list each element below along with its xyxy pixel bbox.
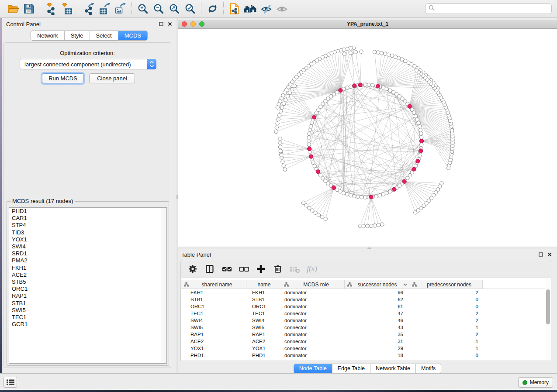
hide-details-icon[interactable] bbox=[258, 2, 274, 16]
network-window-titlebar[interactable]: YPA_prune.txt_1 bbox=[178, 20, 557, 29]
graph-node[interactable] bbox=[274, 130, 278, 133]
table-tab-network-table[interactable]: Network Table bbox=[370, 364, 415, 373]
graph-hub-node[interactable] bbox=[312, 115, 316, 119]
mcds-result-item[interactable]: STB5 bbox=[9, 279, 166, 285]
graph-node[interactable] bbox=[376, 51, 380, 54]
graph-node[interactable] bbox=[343, 52, 346, 55]
column-header-successor-nodes[interactable]: successor nodes bbox=[345, 280, 409, 289]
add-row-icon[interactable] bbox=[255, 263, 266, 275]
zoom-in-icon[interactable] bbox=[135, 2, 151, 16]
graph-node[interactable] bbox=[383, 52, 387, 55]
import-network-icon[interactable] bbox=[43, 2, 59, 16]
table-row[interactable]: ACE2ACE2connector311 bbox=[181, 338, 546, 345]
graph-node[interactable] bbox=[280, 106, 284, 109]
graph-node[interactable] bbox=[307, 139, 311, 143]
graph-hub-node[interactable] bbox=[309, 155, 313, 158]
table-row[interactable]: PHD1PHD1dominator180 bbox=[181, 352, 546, 359]
graph-node[interactable] bbox=[415, 117, 419, 121]
graph-node[interactable] bbox=[279, 149, 282, 153]
graph-node[interactable] bbox=[353, 194, 356, 198]
graph-node[interactable] bbox=[373, 224, 377, 227]
graph-node[interactable] bbox=[308, 132, 311, 135]
graph-hub-node[interactable] bbox=[308, 147, 311, 151]
mcds-result-item[interactable]: ORC1 bbox=[9, 285, 166, 292]
graph-node[interactable] bbox=[277, 117, 280, 121]
show-columns-icon[interactable] bbox=[204, 263, 215, 275]
graph-hub-node[interactable] bbox=[392, 187, 396, 191]
graph-node[interactable] bbox=[283, 168, 287, 171]
graph-node[interactable] bbox=[371, 83, 374, 87]
table-row[interactable]: RAP1RAP1dominator352 bbox=[181, 331, 546, 338]
export-network-icon[interactable] bbox=[81, 2, 97, 16]
graph-node[interactable] bbox=[311, 161, 315, 164]
mcds-result-item[interactable]: PMA2 bbox=[9, 257, 166, 264]
graph-node[interactable] bbox=[394, 55, 397, 58]
control-panel-tab-select[interactable]: Select bbox=[90, 31, 118, 40]
graph-hub-node[interactable] bbox=[339, 88, 343, 92]
control-panel-tab-network[interactable]: Network bbox=[31, 31, 64, 40]
mcds-result-item[interactable]: RAP1 bbox=[9, 292, 166, 299]
graph-node[interactable] bbox=[418, 154, 421, 157]
graph-node[interactable] bbox=[275, 126, 278, 129]
graph-hub-node[interactable] bbox=[416, 159, 420, 163]
open-file-icon[interactable] bbox=[5, 2, 21, 16]
refresh-layout-icon[interactable] bbox=[204, 2, 220, 16]
graph-node[interactable] bbox=[278, 141, 282, 144]
graph-node[interactable] bbox=[385, 191, 388, 195]
graph-node[interactable] bbox=[288, 91, 291, 94]
graph-node[interactable] bbox=[278, 145, 282, 148]
graph-node[interactable] bbox=[378, 193, 381, 197]
graph-node[interactable] bbox=[339, 189, 342, 193]
mcds-result-item[interactable]: ACE2 bbox=[9, 272, 166, 279]
panel-list-button[interactable] bbox=[3, 377, 17, 388]
mcds-list-scrollbar[interactable] bbox=[161, 208, 166, 363]
graph-hub-node[interactable] bbox=[402, 179, 406, 183]
graph-node[interactable] bbox=[308, 128, 311, 132]
graph-node[interactable] bbox=[381, 86, 385, 89]
share-network-document-icon[interactable] bbox=[227, 2, 242, 16]
graph-node[interactable] bbox=[310, 121, 314, 124]
graph-node[interactable] bbox=[450, 128, 453, 132]
home-networks-icon[interactable] bbox=[242, 2, 258, 16]
graph-node[interactable] bbox=[367, 83, 370, 86]
column-header-name[interactable]: name bbox=[246, 280, 281, 289]
control-panel-tab-mcds[interactable]: MCDS bbox=[118, 31, 147, 40]
graph-node[interactable] bbox=[362, 224, 365, 228]
export-table-icon[interactable] bbox=[97, 2, 113, 16]
mcds-result-item[interactable]: CAR1 bbox=[9, 215, 166, 222]
graph-node[interactable] bbox=[278, 137, 282, 141]
graph-hub-node[interactable] bbox=[358, 83, 362, 87]
graph-hub-node[interactable] bbox=[332, 186, 336, 189]
search-box[interactable] bbox=[425, 3, 552, 14]
graph-hub-node[interactable] bbox=[408, 104, 412, 108]
graph-node[interactable] bbox=[366, 224, 369, 228]
mcds-result-item[interactable]: FKH1 bbox=[9, 265, 166, 272]
memory-button[interactable]: Memory bbox=[518, 377, 553, 388]
graph-node[interactable] bbox=[282, 164, 285, 167]
graph-node[interactable] bbox=[279, 110, 282, 113]
graph-node[interactable] bbox=[390, 54, 394, 57]
graph-node[interactable] bbox=[415, 69, 418, 72]
graph-node[interactable] bbox=[440, 182, 443, 185]
graph-node[interactable] bbox=[385, 87, 388, 91]
graph-node[interactable] bbox=[420, 135, 423, 139]
graph-node[interactable] bbox=[377, 223, 380, 227]
graph-hub-node[interactable] bbox=[369, 195, 373, 199]
graph-node[interactable] bbox=[358, 224, 362, 227]
mcds-result-list[interactable]: PHD1CAR1STP4TID3YOX1SWI4SRD1PMA2FKH1ACE2… bbox=[9, 207, 167, 364]
table-tab-node-table[interactable]: Node Table bbox=[294, 364, 332, 373]
graph-node[interactable] bbox=[363, 83, 367, 86]
deselect-all-checkboxes-icon[interactable] bbox=[238, 263, 249, 275]
mcds-result-item[interactable]: STP4 bbox=[9, 222, 166, 229]
graph-node[interactable] bbox=[317, 213, 320, 217]
graph-node[interactable] bbox=[301, 201, 305, 204]
table-row[interactable]: TEC1TEC1connector472 bbox=[181, 310, 546, 317]
graph-node[interactable] bbox=[324, 217, 327, 220]
zoom-out-icon[interactable] bbox=[151, 2, 166, 16]
run-mcds-button[interactable]: Run MCDS bbox=[42, 73, 84, 83]
mcds-result-item[interactable]: TID3 bbox=[9, 229, 166, 236]
graph-node[interactable] bbox=[354, 50, 357, 54]
table-row[interactable]: STB1STB1dominator620 bbox=[181, 296, 546, 303]
mcds-result-item[interactable]: TEC1 bbox=[9, 314, 166, 321]
graph-node[interactable] bbox=[349, 51, 352, 55]
